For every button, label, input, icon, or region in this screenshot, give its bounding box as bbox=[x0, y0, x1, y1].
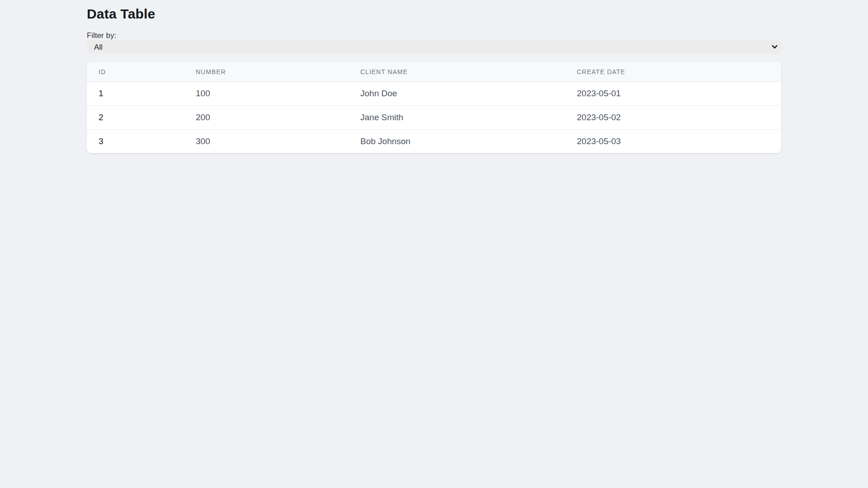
column-header-number: NUMBER bbox=[184, 62, 349, 82]
cell-id: 1 bbox=[87, 82, 184, 106]
column-header-client-name: CLIENT NAME bbox=[349, 62, 565, 82]
cell-client-name: John Doe bbox=[349, 82, 565, 106]
column-header-create-date: CREATE DATE bbox=[565, 62, 781, 82]
cell-create-date: 2023-05-02 bbox=[565, 106, 781, 130]
cell-number: 200 bbox=[184, 106, 349, 130]
cell-client-name: Jane Smith bbox=[349, 106, 565, 130]
table-header: ID NUMBER CLIENT NAME CREATE DATE bbox=[87, 62, 781, 82]
cell-number: 100 bbox=[184, 82, 349, 106]
cell-id: 2 bbox=[87, 106, 184, 130]
cell-create-date: 2023-05-01 bbox=[565, 82, 781, 106]
page-title: Data Table bbox=[87, 6, 781, 22]
cell-number: 300 bbox=[184, 130, 349, 154]
table-row: 1 100 John Doe 2023-05-01 bbox=[87, 82, 781, 106]
table-row: 2 200 Jane Smith 2023-05-02 bbox=[87, 106, 781, 130]
cell-id: 3 bbox=[87, 130, 184, 154]
table-header-row: ID NUMBER CLIENT NAME CREATE DATE bbox=[87, 62, 781, 82]
main-container: Data Table Filter by: All ID NUMBER CLIE… bbox=[87, 0, 781, 153]
filter-select-wrapper: All bbox=[87, 40, 781, 54]
table-row: 3 300 Bob Johnson 2023-05-03 bbox=[87, 130, 781, 154]
filter-select[interactable]: All bbox=[87, 40, 781, 54]
data-table: ID NUMBER CLIENT NAME CREATE DATE 1 100 … bbox=[87, 62, 781, 153]
table-card: ID NUMBER CLIENT NAME CREATE DATE 1 100 … bbox=[87, 62, 781, 153]
cell-create-date: 2023-05-03 bbox=[565, 130, 781, 154]
cell-client-name: Bob Johnson bbox=[349, 130, 565, 154]
filter-label: Filter by: bbox=[87, 31, 781, 40]
column-header-id: ID bbox=[87, 62, 184, 82]
table-body: 1 100 John Doe 2023-05-01 2 200 Jane Smi… bbox=[87, 82, 781, 154]
